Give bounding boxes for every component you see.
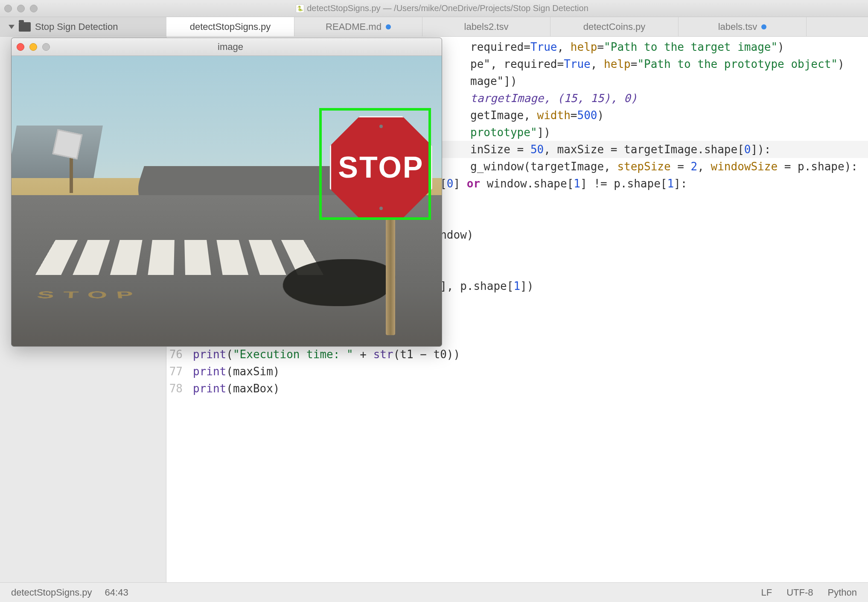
minimize-icon[interactable] <box>29 43 37 51</box>
tab-labels-tsv[interactable]: labels.tsv <box>679 17 807 36</box>
image-canvas: STOP STOP <box>12 56 442 346</box>
code-line[interactable]: 77print(maxSim) <box>166 363 868 380</box>
status-filename[interactable]: detectStopSigns.py <box>11 587 92 598</box>
tab-label: labels.tsv <box>718 21 757 32</box>
crosswalk <box>35 240 323 275</box>
tab-label: README.md <box>326 21 382 32</box>
ide-window: 🐍 detectStopSigns.py — /Users/mike/OneDr… <box>0 0 868 602</box>
folder-icon <box>19 22 31 32</box>
project-name: Stop Sign Detection <box>35 21 118 32</box>
modified-indicator-icon <box>386 24 391 29</box>
modified-indicator-icon <box>761 24 766 29</box>
chevron-down-icon <box>9 25 15 29</box>
status-line-ending[interactable]: LF <box>761 587 772 598</box>
distant-sign-back <box>52 129 82 159</box>
code-text: print("Execution time: " + str(t1 − t0)) <box>189 346 868 363</box>
python-file-icon: 🐍 <box>296 4 304 13</box>
zoom-icon[interactable] <box>30 5 38 12</box>
stop-sign-pole <box>386 207 395 335</box>
tab-bar: Stop Sign Detection detectStopSigns.pyRE… <box>0 17 868 37</box>
zoom-icon[interactable] <box>42 43 50 51</box>
road-marking-text: STOP <box>35 289 143 301</box>
opencv-image-window[interactable]: image STOP ST <box>11 38 442 347</box>
status-cursor[interactable]: 64:43 <box>105 587 128 598</box>
tab-readme-md[interactable]: README.md <box>294 17 422 36</box>
tab-label: detectCoins.py <box>583 21 646 32</box>
title-path: — /Users/mike/OneDrive/Projects/Stop Sig… <box>383 3 588 13</box>
tab-label: labels2.tsv <box>464 21 509 32</box>
close-icon[interactable] <box>17 43 24 51</box>
tab-detectcoins-py[interactable]: detectCoins.py <box>551 17 679 36</box>
window-title: 🐍 detectStopSigns.py — /Users/mike/OneDr… <box>46 3 838 13</box>
line-number: 77 <box>166 363 189 380</box>
code-text: print(maxBox) <box>189 380 868 397</box>
project-selector[interactable]: Stop Sign Detection <box>0 17 166 36</box>
image-window-titlebar[interactable]: image <box>12 38 442 56</box>
ide-titlebar: 🐍 detectStopSigns.py — /Users/mike/OneDr… <box>0 0 868 17</box>
tab-label: detectStopSigns.py <box>190 21 271 32</box>
status-encoding[interactable]: UTF-8 <box>786 587 813 598</box>
image-window-title: image <box>50 41 411 53</box>
window-controls <box>4 5 38 12</box>
tab-labels2-tsv[interactable]: labels2.tsv <box>422 17 551 36</box>
line-number: 78 <box>166 380 189 397</box>
code-text: print(maxSim) <box>189 363 868 380</box>
code-line[interactable]: 78print(maxBox) <box>166 380 868 397</box>
distant-sign-pole <box>70 155 73 193</box>
minimize-icon[interactable] <box>17 5 25 12</box>
status-bar: detectStopSigns.py 64:43 LF UTF-8 Python <box>0 582 868 602</box>
line-number: 76 <box>166 346 189 363</box>
tab-detectstopsigns-py[interactable]: detectStopSigns.py <box>166 17 294 36</box>
detection-bounding-box <box>319 108 431 220</box>
title-filename: detectStopSigns.py <box>307 3 380 13</box>
close-icon[interactable] <box>4 5 12 12</box>
code-line[interactable]: 76print("Execution time: " + str(t1 − t0… <box>166 346 868 363</box>
image-window-controls <box>17 43 50 51</box>
status-language[interactable]: Python <box>828 587 857 598</box>
